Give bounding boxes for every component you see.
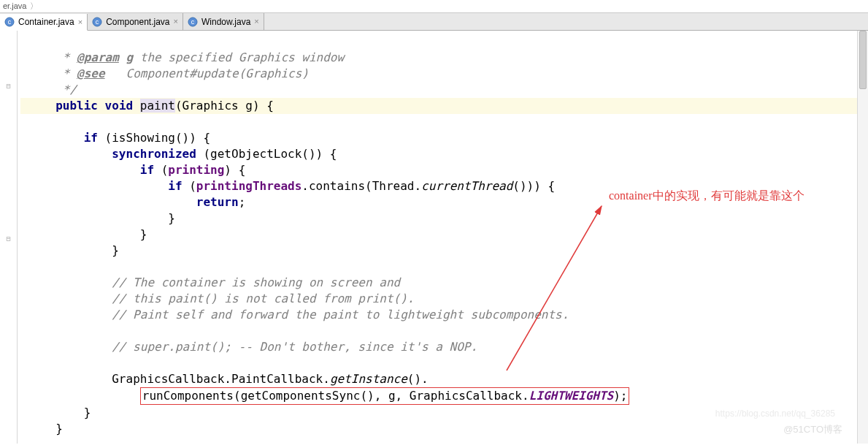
code-line <box>20 259 28 273</box>
comment-line: // Paint self and forward the paint to l… <box>20 308 569 322</box>
editor-tabs: c Container.java × c Component.java × c … <box>0 13 868 31</box>
code-line <box>20 356 28 370</box>
fold-marker-icon[interactable]: ⊟ <box>0 235 17 243</box>
comment-line: // this paint() is not called from print… <box>20 292 414 305</box>
annotation-text: container中的实现，有可能就是靠这个 <box>609 188 804 204</box>
code-line: if (printingThreads.contains(Thread.curr… <box>20 179 555 193</box>
code-area[interactable]: * @param g the specified Graphics window… <box>18 31 857 444</box>
svg-line-6 <box>507 206 602 370</box>
gutter: ⊟ ⊟ <box>0 31 18 444</box>
class-file-icon: c <box>188 17 198 27</box>
comment-line: // super.paint(); -- Don't bother, since… <box>20 340 477 354</box>
svg-text:c: c <box>96 18 99 26</box>
breadcrumb-item[interactable]: er.java <box>3 1 26 10</box>
close-icon[interactable]: × <box>254 18 258 26</box>
fold-toggle-icon[interactable]: ⊟ <box>0 82 17 90</box>
svg-text:c: c <box>191 18 195 26</box>
annotation-arrow <box>470 184 777 418</box>
tab-label: Window.java <box>201 17 250 27</box>
editor: ⊟ ⊟ * @param g the specified Graphics wi… <box>0 31 868 444</box>
code-line: synchronized (getObjectLock()) { <box>20 147 337 161</box>
doc-line: * @see Component#update(Graphics) <box>20 66 309 80</box>
breadcrumb: er.java 〉 <box>0 0 868 13</box>
vertical-scrollbar[interactable] <box>857 31 868 444</box>
watermark: https://blog.csdn.net/qq_36285 <box>715 406 835 422</box>
close-icon[interactable]: × <box>174 18 178 26</box>
tab-label: Container.java <box>18 17 74 27</box>
scrollbar-thumb[interactable] <box>859 31 867 89</box>
watermark: @51CTO博客 <box>783 422 842 438</box>
code-line-highlighted: public void paint(Graphics g) { <box>20 98 857 114</box>
doc-line: */ <box>20 83 77 96</box>
tab-window-java[interactable]: c Window.java × <box>183 13 264 30</box>
class-file-icon: c <box>4 17 15 27</box>
highlighted-call-box: runComponents(getComponentsSync(), g, Gr… <box>140 387 630 405</box>
tab-container-java[interactable]: c Container.java × <box>0 14 88 31</box>
svg-text:c: c <box>8 18 12 26</box>
code-line: } <box>20 227 147 241</box>
code-line: return; <box>20 195 245 209</box>
code-line: if (printing) { <box>20 163 245 177</box>
code-line: } <box>20 243 119 257</box>
code-line: runComponents(getComponentsSync(), g, Gr… <box>20 389 629 403</box>
tab-component-java[interactable]: c Component.java × <box>88 13 183 30</box>
code-line: } <box>20 422 63 436</box>
breadcrumb-sep: 〉 <box>30 1 38 12</box>
code-line: } <box>20 406 91 419</box>
code-line: GraphicsCallback.PaintCallback.getInstan… <box>20 372 429 386</box>
doc-line: * @param g the specified Graphics window <box>20 50 344 64</box>
code-line: } <box>20 211 175 225</box>
code-line: if (isShowing()) { <box>20 131 210 145</box>
comment-line: // The container is showing on screen an… <box>20 275 400 289</box>
close-icon[interactable]: × <box>78 18 82 26</box>
code-line <box>20 324 28 338</box>
tab-label: Component.java <box>106 17 169 27</box>
class-file-icon: c <box>92 17 102 27</box>
